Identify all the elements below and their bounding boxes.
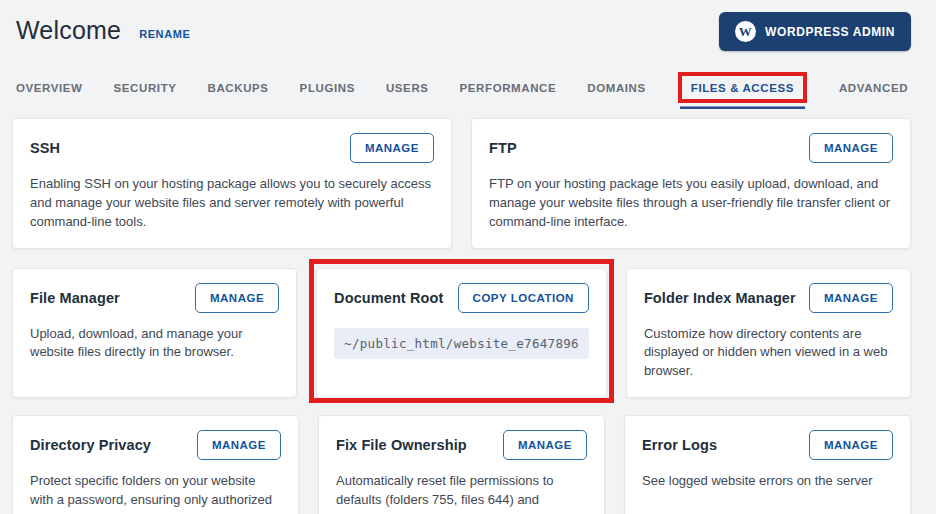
wordpress-admin-label: WORDPRESS ADMIN (765, 25, 895, 39)
card-fix-file-ownership-title: Fix File Ownership (336, 437, 467, 453)
card-folder-index-manager-title: Folder Index Manager (644, 290, 796, 306)
cards-row-2: File Manager MANAGE Upload, download, an… (12, 268, 911, 399)
card-directory-privacy: Directory Privacy MANAGE Protect specifi… (12, 415, 299, 514)
card-ssh-description: Enabling SSH on your hosting package all… (30, 175, 434, 232)
card-document-root-header: Document Root COPY LOCATION (334, 283, 589, 313)
card-error-logs-description: See logged website errors on the server (642, 472, 893, 491)
card-error-logs-title: Error Logs (642, 437, 717, 453)
card-document-root-title: Document Root (334, 290, 443, 306)
copy-location-button[interactable]: COPY LOCATION (458, 283, 589, 313)
cards-row-3: Directory Privacy MANAGE Protect specifi… (12, 415, 911, 514)
tab-bar: OVERVIEW SECURITY BACKUPS PLUGINS USERS … (12, 58, 911, 104)
tab-overview[interactable]: OVERVIEW (16, 82, 83, 94)
page: Welcome RENAME W WORDPRESS ADMIN OVERVIE… (0, 0, 936, 514)
card-file-manager-title: File Manager (30, 290, 120, 306)
card-ssh-header: SSH MANAGE (30, 133, 434, 163)
card-ftp: FTP MANAGE FTP on your hosting package l… (471, 118, 911, 249)
tab-domains[interactable]: DOMAINS (587, 82, 646, 94)
file-manager-manage-button[interactable]: MANAGE (195, 283, 279, 313)
ftp-manage-button[interactable]: MANAGE (809, 133, 893, 163)
card-file-manager: File Manager MANAGE Upload, download, an… (12, 268, 297, 399)
card-file-manager-description: Upload, download, and manage your websit… (30, 325, 279, 363)
rename-button[interactable]: RENAME (139, 22, 190, 40)
card-file-manager-header: File Manager MANAGE (30, 283, 279, 313)
tab-advanced[interactable]: ADVANCED (839, 82, 908, 94)
fix-file-ownership-manage-button[interactable]: MANAGE (503, 430, 587, 460)
card-fix-file-ownership-description: Automatically reset file permissions to … (336, 472, 587, 514)
cards-row-1: SSH MANAGE Enabling SSH on your hosting … (12, 118, 911, 249)
card-ftp-title: FTP (489, 140, 517, 156)
card-folder-index-manager: Folder Index Manager MANAGE Customize ho… (626, 268, 911, 399)
tab-plugins[interactable]: PLUGINS (300, 82, 355, 94)
tab-security[interactable]: SECURITY (114, 82, 177, 94)
header: Welcome RENAME W WORDPRESS ADMIN (12, 12, 911, 58)
tab-users[interactable]: USERS (386, 82, 429, 94)
folder-index-manage-button[interactable]: MANAGE (809, 283, 893, 313)
card-folder-index-manager-header: Folder Index Manager MANAGE (644, 283, 893, 313)
tab-files-access[interactable]: FILES & ACCESS (691, 82, 794, 94)
tab-performance[interactable]: PERFORMANCE (460, 82, 557, 94)
directory-privacy-manage-button[interactable]: MANAGE (197, 430, 281, 460)
card-ssh: SSH MANAGE Enabling SSH on your hosting … (12, 118, 452, 249)
page-title: Welcome (16, 16, 121, 45)
document-root-path[interactable]: ~/public_html/website_e7647896 (334, 328, 589, 359)
tab-files-access-label: FILES & ACCESS (691, 82, 794, 94)
card-fix-file-ownership-header: Fix File Ownership MANAGE (336, 430, 587, 460)
card-directory-privacy-header: Directory Privacy MANAGE (30, 430, 281, 460)
card-folder-index-manager-description: Customize how directory contents are dis… (644, 325, 893, 382)
card-ftp-header: FTP MANAGE (489, 133, 893, 163)
card-directory-privacy-title: Directory Privacy (30, 437, 151, 453)
active-tab-underline (680, 106, 805, 109)
wordpress-admin-button[interactable]: W WORDPRESS ADMIN (719, 12, 911, 51)
title-group: Welcome RENAME (16, 12, 190, 45)
error-logs-manage-button[interactable]: MANAGE (809, 430, 893, 460)
card-ftp-description: FTP on your hosting package lets you eas… (489, 175, 893, 232)
card-ssh-title: SSH (30, 140, 60, 156)
card-document-root: Document Root COPY LOCATION ~/public_htm… (316, 268, 607, 399)
card-fix-file-ownership: Fix File Ownership MANAGE Automatically … (318, 415, 605, 514)
ssh-manage-button[interactable]: MANAGE (350, 133, 434, 163)
card-error-logs-header: Error Logs MANAGE (642, 430, 893, 460)
tab-backups[interactable]: BACKUPS (208, 82, 269, 94)
card-directory-privacy-description: Protect specific folders on your website… (30, 472, 281, 514)
wordpress-logo-icon: W (735, 21, 756, 42)
card-error-logs: Error Logs MANAGE See logged website err… (624, 415, 911, 514)
